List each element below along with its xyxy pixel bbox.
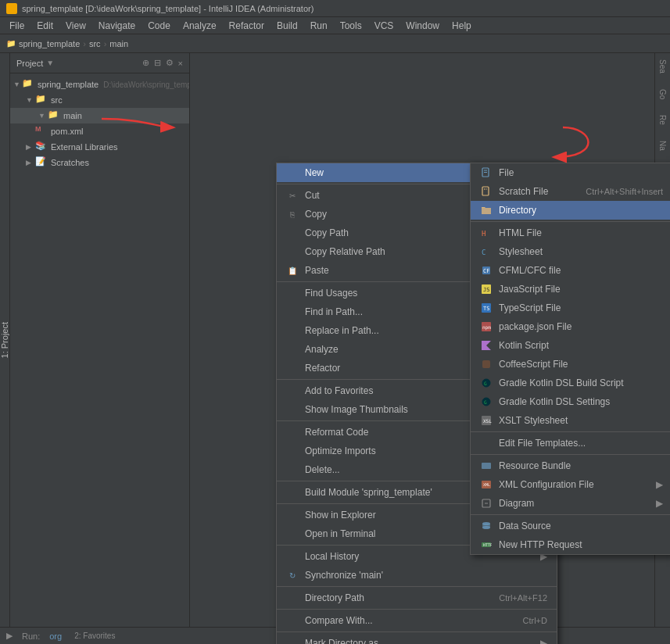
ctx-sep-8 [277,586,557,587]
ctx-compare-with[interactable]: Compare With... Ctrl+D [277,611,557,630]
sub-directory[interactable]: Directory [471,201,670,220]
breadcrumb-src[interactable]: src [89,39,101,48]
breadcrumb-main[interactable]: main [109,39,128,48]
sub-gradle-kotlin-build[interactable]: G Gradle Kotlin DSL Build Script [471,374,670,392]
sidebar-locate-icon[interactable]: ⊕ [142,58,149,68]
svg-rect-23 [482,463,491,469]
strip-go[interactable]: Go [658,89,667,99]
strip-search[interactable]: Sea [658,59,667,73]
sub-coffeescript[interactable]: CoffeeScript File [471,355,670,374]
svg-text:XML: XML [483,482,490,487]
svg-text:HTTP: HTTP [483,542,492,547]
strip-re[interactable]: Re [658,115,667,125]
main-area: 1: Project Project ▼ ⊕ ⊟ ⚙ × ▼ 📁 spring_… [0,53,670,627]
dir-path-icon [286,592,299,604]
ctx-compare-label: Compare With... [305,615,507,626]
menu-bar: File Edit View Navigate Code Analyze Ref… [0,17,670,34]
svg-text:G: G [484,399,487,405]
svg-text:CF: CF [483,268,489,274]
directory-icon [480,204,493,216]
sub-data-source[interactable]: Data Source [471,517,670,535]
js-icon: JS [480,283,493,295]
tree-item-external[interactable]: ▶ 📚 External Libraries [10,139,189,155]
file-icon [480,166,493,179]
datasource-icon [480,520,493,532]
strip-na[interactable]: Na [658,141,667,151]
sub-file[interactable]: File [471,163,670,182]
menu-tools[interactable]: Tools [334,19,368,33]
sub-stylesheet[interactable]: C Stylesheet [471,242,670,261]
ctx-copy-relative-label: Copy Relative Path [305,246,470,257]
ctx-directory-path[interactable]: Directory Path Ctrl+Alt+F12 [277,589,557,607]
sub-xslt[interactable]: XSL XSLT Stylesheet [471,411,670,430]
tree-label-main: main [63,111,82,120]
project-panel[interactable]: 1: Project [0,53,10,627]
tree-item-pom[interactable]: ▶ M pom.xml [10,123,189,139]
scratch-icon [480,185,493,198]
sub-resource-label: Resource Bundle [499,460,663,471]
sidebar-dropdown-icon[interactable]: ▼ [46,59,54,67]
sub-sep-2 [471,431,670,432]
sub-http-request[interactable]: HTTP New HTTP Request [471,535,670,554]
menu-build[interactable]: Build [271,19,304,33]
menu-window[interactable]: Window [399,19,446,33]
tree-label-external: External Libraries [51,142,118,152]
menu-navigate[interactable]: Navigate [92,19,142,33]
sub-gradle-build-label: Gradle Kotlin DSL Build Script [499,377,663,388]
menu-refactor[interactable]: Refactor [223,19,271,33]
sub-html-label: HTML File [499,227,663,238]
sidebar-close-icon[interactable]: × [178,59,183,68]
menu-vcs[interactable]: VCS [368,19,400,33]
menu-view[interactable]: View [59,19,92,33]
window-title: spring_template [D:\ideaWork\spring_temp… [22,4,314,13]
sub-cfml[interactable]: CF CFML/CFC file [471,261,670,280]
sub-resource-bundle[interactable]: Resource Bundle [471,456,670,475]
sub-edit-templates[interactable]: Edit File Templates... [471,434,670,453]
optimize-icon [286,445,299,457]
sidebar-collapse-icon[interactable]: ⊟ [154,58,161,68]
app-icon [6,3,17,14]
favorites-strip[interactable]: 2: Favorites [74,631,115,640]
ctx-mark-directory[interactable]: Mark Directory as ▶ [277,634,557,644]
cfml-icon: CF [480,264,493,277]
menu-help[interactable]: Help [446,19,478,33]
sub-xml-config[interactable]: XML XML Configuration File ▶ [471,475,670,494]
tree-arrow-root: ▼ [13,80,20,88]
sub-gradle-kotlin-settings[interactable]: G Gradle Kotlin DSL Settings [471,392,670,411]
menu-file[interactable]: File [3,19,30,33]
menu-code[interactable]: Code [142,19,177,33]
tree-item-root[interactable]: ▼ 📁 spring_template D:\ideaWork\spring_t… [10,77,189,92]
menu-run[interactable]: Run [304,19,334,33]
ctx-replace-label: Replace in Path... [305,325,485,336]
sub-scratch-file[interactable]: Scratch File Ctrl+Alt+Shift+Insert [471,182,670,201]
menu-analyze[interactable]: Analyze [177,19,223,33]
ctx-synchronize[interactable]: ↻ Synchronize 'main' [277,566,557,585]
external-icon: 📚 [35,141,48,153]
src-folder-icon: 📁 [35,94,48,106]
main-folder-icon: 📁 [48,109,60,122]
sub-kotlin-script[interactable]: Kotlin Script [471,336,670,355]
sub-package-json[interactable]: npm package.json File [471,317,670,336]
tree-item-scratches[interactable]: ▶ 📝 Scratches [10,155,189,170]
gradle-kotlin-settings-icon: G [480,395,493,408]
tree-item-main[interactable]: ▼ 📁 main [10,108,189,123]
svg-text:npm: npm [482,324,491,331]
ctx-find-in-path-label: Find in Path... [305,306,485,317]
sub-ts[interactable]: TS TypeScript File [471,299,670,317]
ctx-sep-9 [277,609,557,610]
edit-templates-icon [480,437,493,449]
sub-diagram[interactable]: Diagram ▶ [471,494,670,513]
breadcrumb-project[interactable]: spring_template [19,39,80,48]
sub-sep-1 [471,221,670,222]
build-icon [286,486,299,499]
run-value: org [49,631,62,641]
sub-coffee-label: CoffeeScript File [499,359,663,370]
menu-edit[interactable]: Edit [30,19,59,33]
copy-path-icon [286,227,299,239]
sub-html[interactable]: H HTML File [471,224,670,242]
sidebar-settings-icon[interactable]: ⚙ [166,58,174,68]
tree-item-src[interactable]: ▼ 📁 src [10,92,189,108]
npm-icon: npm [480,320,493,333]
sub-js[interactable]: JS JavaScript File [471,280,670,299]
thumbnails-icon [286,403,299,416]
